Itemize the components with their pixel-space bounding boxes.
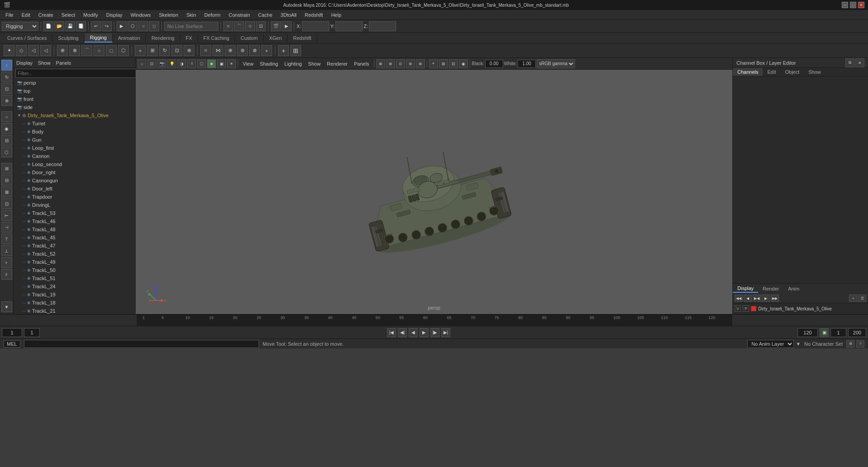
scale-tool-button[interactable]: ⊡ <box>1 83 12 94</box>
menu-windows[interactable]: Windows <box>127 11 155 19</box>
select-all-button[interactable]: □ <box>149 21 159 31</box>
shelf-poly2[interactable]: ⬡ <box>118 45 129 56</box>
outliner-show-menu[interactable]: Show <box>38 60 51 66</box>
layer-add-button[interactable]: + <box>849 295 857 302</box>
isolate-select-button[interactable]: ⊟ <box>1 135 12 146</box>
tab-fx[interactable]: FX <box>180 34 198 42</box>
gamma-select[interactable]: sRGB gamma <box>537 59 575 68</box>
menu-constrain[interactable]: Constrain <box>225 11 254 19</box>
vp-home-button[interactable]: ⌂ <box>137 59 146 68</box>
tree-item-trackl_24[interactable]: ─ ⊕ TrackL_24 <box>14 282 135 291</box>
select-tool-button[interactable]: ▶ <box>117 21 127 31</box>
anim-layer-select[interactable]: No Anim Layer <box>747 340 794 348</box>
vp-texture-button[interactable]: ▣ <box>217 59 226 68</box>
goto-end-button[interactable]: ▶| <box>441 328 450 337</box>
shelf-ik[interactable]: ⊗ <box>69 45 80 56</box>
layer-menu-button[interactable]: ☰ <box>858 295 866 302</box>
shelf-snap4[interactable]: ⊛ <box>237 45 248 56</box>
range-start-input[interactable] <box>830 328 846 337</box>
universal-tool-button[interactable]: ⊕ <box>1 95 12 106</box>
panel-close-button[interactable]: ✕ <box>855 58 864 67</box>
tree-item-gun[interactable]: ─ ⊕ Gun <box>14 136 135 144</box>
tree-item-trackl_49[interactable]: ─ ⊕ TrackL_49 <box>14 258 135 266</box>
new-file-button[interactable]: 📄 <box>43 21 53 31</box>
menu-cache[interactable]: Cache <box>255 11 276 19</box>
paint-button[interactable]: ○ <box>138 21 148 31</box>
quick-select-set6[interactable]: ⊣ <box>1 222 12 233</box>
outliner-display-menu[interactable]: Display <box>16 60 33 66</box>
shelf-joint[interactable]: ⊕ <box>57 45 68 56</box>
save-as-button[interactable]: 📑 <box>76 21 86 31</box>
layer-color-swatch[interactable] <box>751 306 756 311</box>
tree-item-loop_second[interactable]: ─ ⊕ Loop_second <box>14 160 135 168</box>
status-settings-button[interactable]: ⚙ <box>846 340 854 348</box>
close-button[interactable]: ✕ <box>858 2 864 8</box>
menu-3dtoall[interactable]: 3DtoAll <box>277 11 300 19</box>
menu-file[interactable]: File <box>2 11 17 19</box>
tree-item-trackl_47[interactable]: ─ ⊕ TrackL_47 <box>14 242 135 250</box>
render-layer-tab[interactable]: Render <box>758 285 783 292</box>
tab-curves-surfaces[interactable]: Curves / Surfaces <box>2 34 52 42</box>
play-back-button[interactable]: ◀ <box>409 328 418 337</box>
layer-prev-prev-button[interactable]: ◀◀ <box>735 295 743 302</box>
vp-lights-button[interactable]: ☀ <box>227 59 236 68</box>
outliner-panels-menu[interactable]: Panels <box>56 60 71 66</box>
quick-select-set3[interactable]: ⊠ <box>1 186 12 197</box>
viewport-view-menu[interactable]: View <box>240 61 256 67</box>
tree-item-trackl_45[interactable]: ─ ⊕ TrackL_45 <box>14 234 135 242</box>
tree-item-trackl_21[interactable]: ─ ⊕ TrackL_21 <box>14 307 135 314</box>
camera-top[interactable]: 📷 top <box>14 87 135 95</box>
quick-select-set8[interactable]: ⊥ <box>1 245 12 256</box>
tab-animation[interactable]: Animation <box>113 34 146 42</box>
shelf-move2[interactable]: ⊞ <box>147 45 158 56</box>
tab-redshift[interactable]: Redshift <box>288 34 317 42</box>
tab-fx-caching[interactable]: FX Caching <box>198 34 235 42</box>
shelf-move[interactable]: + <box>135 45 146 56</box>
camera-front[interactable]: 📷 front <box>14 95 135 103</box>
menu-skin[interactable]: Skin <box>183 11 199 19</box>
shelf-curve[interactable]: ⌒ <box>81 45 92 56</box>
menu-create[interactable]: Create <box>35 11 57 19</box>
tree-item-trackl_18[interactable]: ─ ⊕ TrackL_18 <box>14 299 135 307</box>
tree-item-body[interactable]: ─ ⊕ Body <box>14 128 135 136</box>
tab-sculpting[interactable]: Sculpting <box>52 34 84 42</box>
shelf-select[interactable]: ✦ <box>4 45 14 56</box>
step-back-button[interactable]: ◀| <box>398 328 407 337</box>
shelf-snap1[interactable]: ⌗ <box>200 45 211 56</box>
camera-side[interactable]: 📷 side <box>14 103 135 111</box>
vp-wire-button[interactable]: ⬡ <box>197 59 206 68</box>
redo-button[interactable]: ↪ <box>102 21 112 31</box>
tree-item-trackl_46[interactable]: ─ ⊕ TrackL_46 <box>14 217 135 225</box>
step-forward-button[interactable]: |▶ <box>430 328 439 337</box>
menu-display[interactable]: Display <box>103 11 126 19</box>
tree-item-trapdoor[interactable]: ─ ⊕ Trapdoor <box>14 193 135 201</box>
tree-item-door_left[interactable]: ─ ⊕ Door_left <box>14 185 135 193</box>
show-tab[interactable]: Show <box>804 68 826 76</box>
viewport-renderer-menu[interactable]: Renderer <box>324 61 350 67</box>
quick-select-set7[interactable]: ⊤ <box>1 234 12 244</box>
outliner-search-input[interactable] <box>15 69 137 78</box>
status-help-button[interactable]: ? <box>856 340 864 348</box>
white-point-input[interactable] <box>518 60 536 68</box>
wireframe-button[interactable]: ⬡ <box>1 147 12 157</box>
tree-item-trackl_52[interactable]: ─ ⊕ TrackL_52 <box>14 250 135 258</box>
menu-deform[interactable]: Deform <box>201 11 224 19</box>
vp-extra-btn4[interactable]: ⊚ <box>406 59 415 68</box>
shelf-poly[interactable]: □ <box>106 45 117 56</box>
layer-prev-button[interactable]: ◀ <box>744 295 752 302</box>
range-end-input[interactable] <box>848 328 866 337</box>
object-tab[interactable]: Object <box>780 68 804 76</box>
quick-select-set5[interactable]: ⊢ <box>1 210 12 221</box>
render-button[interactable]: ▶ <box>282 21 292 31</box>
menu-modify[interactable]: Modify <box>80 11 101 19</box>
vp-camera-button[interactable]: 📷 <box>157 59 166 68</box>
vp-extra-btn3[interactable]: ⊙ <box>396 59 405 68</box>
camera-persp[interactable]: 📷 persp <box>14 79 135 87</box>
quick-select-set2[interactable]: ⊟ <box>1 175 12 186</box>
shelf-plus[interactable]: + <box>278 45 289 56</box>
panel-float-button[interactable]: ⧉ <box>845 58 854 67</box>
tab-rendering[interactable]: Rendering <box>146 34 180 42</box>
shelf-plus2[interactable]: ⊞ <box>290 45 301 56</box>
tree-item-drivingl[interactable]: ─ ⊕ DrivingL <box>14 201 135 209</box>
x-value[interactable] <box>302 21 329 31</box>
